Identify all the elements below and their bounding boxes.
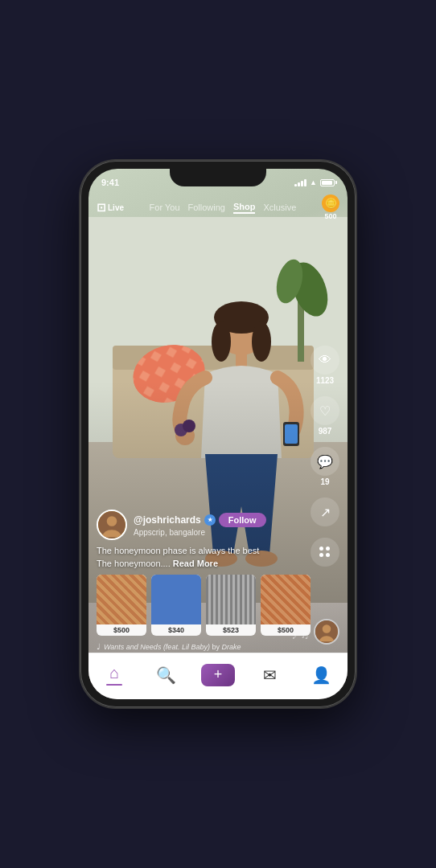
signal-bar-2 [298,182,300,186]
signal-bar-4 [304,179,306,186]
live-camera-icon: ⊡ [97,201,106,214]
coins-badge[interactable]: 🪙 500 [322,194,339,220]
phone-screen: 9:41 ▲ ⊡ Live For You [88,169,348,699]
music-info: Wants and Needs (feat. Lil Baby) by Drak… [104,643,241,651]
product-price-1: $500 [97,624,146,636]
nav-create[interactable]: + [192,664,244,690]
user-info-row: @joshrichards ★ Follow Appscrip, bangalo… [97,510,339,540]
svg-point-15 [252,321,271,362]
profile-icon: 👤 [311,665,331,685]
avatar[interactable] [97,510,127,540]
bottom-content: @joshrichards ★ Follow Appscrip, bangalo… [88,510,348,651]
song-title: Wants and Needs (feat. Lil Baby) [104,643,210,651]
product-image-4 [261,575,311,624]
live-button[interactable]: ⊡ Live [97,201,124,214]
messages-icon: ✉ [263,665,277,685]
live-label: Live [108,203,124,212]
music-note-icon: ♩ [97,642,101,651]
tab-shop[interactable]: Shop [233,202,256,214]
wifi-icon: ▲ [310,178,317,186]
product-card-3[interactable]: $523 [206,575,256,636]
views-count: 1123 [316,376,334,385]
phone-frame: 9:41 ▲ ⊡ Live For You [80,161,356,707]
nav-messages[interactable]: ✉ [244,665,295,688]
create-button[interactable]: + [201,664,235,686]
username: @joshrichards [134,514,201,526]
home-active-indicator [106,684,122,686]
artist-name: Drake [221,643,241,651]
tab-following[interactable]: Following [188,203,225,212]
verified-badge: ★ [204,514,216,526]
comments-action[interactable]: 💬 19 [311,447,339,486]
status-icons: ▲ [294,178,335,186]
notch [170,169,266,186]
signal-bars-icon [294,178,306,186]
nav-tabs: For You Following Shop Xclusive [150,202,297,214]
music-row: ♩ Wants and Needs (feat. Lil Baby) by Dr… [97,642,339,651]
follow-button[interactable]: Follow [219,513,266,527]
bottom-navigation: ⌂ 🔍 + ✉ 👤 [88,653,348,699]
coin-count: 500 [324,212,336,220]
signal-bar-1 [294,184,297,186]
status-time: 9:41 [101,178,119,187]
product-row: $500 $340 $523 $500 [97,575,339,636]
home-icon: ⌂ [109,664,119,682]
product-image-3 [206,575,256,624]
product-image-2 [151,575,201,624]
username-row: @joshrichards ★ Follow [134,513,339,527]
likes-count: 987 [319,427,332,436]
product-card-4[interactable]: $500 [261,575,311,636]
user-location: Appscrip, bangalore [134,528,339,537]
tab-for-you[interactable]: For You [150,203,180,212]
views-icon: 👁 [311,346,339,375]
battery-fill [322,181,332,185]
comments-count: 19 [320,477,329,486]
product-price-2: $340 [151,624,201,636]
search-icon: 🔍 [156,665,176,685]
product-card-2[interactable]: $340 [151,575,201,636]
heart-icon: ♡ [311,396,339,425]
create-plus-icon: + [214,666,223,683]
product-price-3: $523 [206,624,256,636]
user-details: @joshrichards ★ Follow Appscrip, bangalo… [134,513,339,537]
product-price-4: $500 [261,624,311,636]
comment-icon: 💬 [311,447,339,476]
top-navigation: ⊡ Live For You Following Shop Xclusive 🪙… [88,191,348,223]
nav-profile[interactable]: 👤 [296,665,348,688]
product-card-1[interactable]: $500 [97,575,146,636]
read-more-link[interactable]: Read More [173,559,218,568]
signal-bar-3 [301,181,303,186]
svg-point-14 [212,321,231,362]
likes-action[interactable]: ♡ 987 [311,396,339,436]
tab-xclusive[interactable]: Xclusive [263,203,296,212]
coin-icon: 🪙 [322,194,339,212]
product-image-1 [97,575,146,624]
views-action[interactable]: 👁 1123 [311,346,339,385]
video-caption: The honeymoon phase is always the best T… [97,545,339,570]
battery-icon [320,179,335,186]
svg-point-28 [107,516,117,526]
nav-search[interactable]: 🔍 [140,665,191,688]
nav-home[interactable]: ⌂ [88,664,140,689]
